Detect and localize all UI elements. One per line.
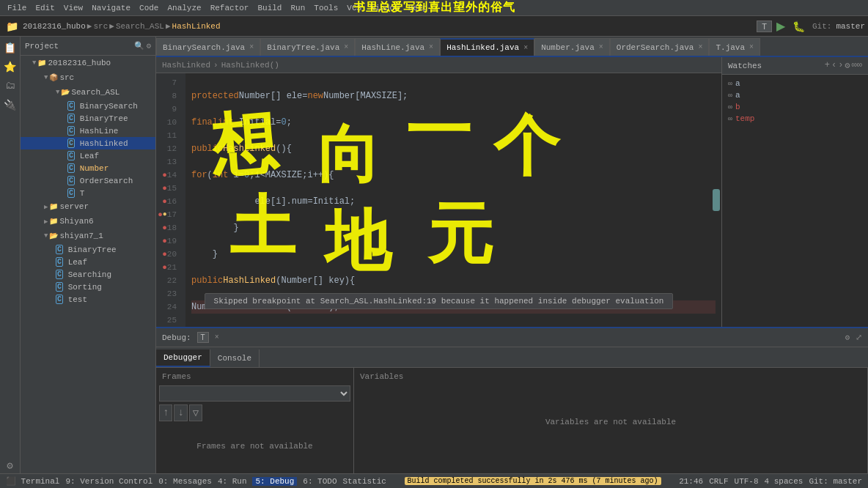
status-todo[interactable]: 6: TODO [303,477,336,486]
tree-item-shiyan6[interactable]: ▶ 📁 Shiyan6 [21,214,155,229]
structure-icon[interactable]: 🗂 [2,78,18,94]
line-numbers: 7 8 9 10 11 12 13 ● 14 ● 15 ● 16 ●● 17 [156,73,185,327]
menu-run[interactable]: Run [286,0,309,16]
status-encoding[interactable]: UTF-8 [735,477,759,486]
ln-20: ● 20 [156,248,181,261]
status-bar: ⬛ Terminal 9: Version Control 0: Message… [0,473,868,488]
status-indent[interactable]: 4 spaces [765,477,803,486]
debug-content: Frames ↑ ↓ ▽ Frames are not available [156,368,868,473]
frames-up-btn[interactable]: ↑ [159,404,172,421]
favorites-icon[interactable]: ⭐ [2,59,18,75]
watches-add-btn[interactable]: + [825,60,830,71]
vars-empty-text: Variables are not available [357,412,864,432]
tab-hashline-close[interactable]: × [429,43,433,51]
toolbar-project[interactable]: 📁 [3,19,21,34]
status-terminal[interactable]: ⬛ Terminal [6,476,59,486]
scroll-indicator[interactable] [713,189,720,211]
plugins-icon[interactable]: 🔌 [2,97,18,113]
tree-item-shiyan7-leaf[interactable]: C Leaf [21,256,155,268]
tab-binarysearch-label: BinarySearch.java [163,43,245,52]
toolbar-hash-linked[interactable]: HashLinked [172,22,221,31]
debug-settings-btn[interactable]: ⚙ [845,333,850,342]
status-debug-tab[interactable]: 5: Debug [252,477,297,486]
menu-window[interactable]: Window [366,0,404,16]
frames-filter-btn[interactable]: ▽ [189,404,202,421]
tree-item-leaf[interactable]: C Leaf [21,149,155,162]
status-run[interactable]: 4: Run [218,477,247,486]
tab-number-close[interactable]: × [599,43,603,51]
tab-t-close[interactable]: × [749,43,754,51]
tab-binarysearch-close[interactable]: × [249,43,254,51]
tab-hashlinked-close[interactable]: × [523,44,528,52]
menu-tools[interactable]: Tools [309,0,342,16]
debug-config-btn[interactable]: T [197,332,209,343]
menu-code[interactable]: Code [135,0,163,16]
code-editor[interactable]: protected Number[] ele=new Number[MAXSIZ… [185,73,721,327]
watches-prev-btn[interactable]: ‹ [831,60,836,71]
tab-ordersearch-close[interactable]: × [698,43,702,51]
sidebar-settings-icon[interactable]: ⚙ [146,41,151,51]
menu-edit[interactable]: Edit [31,0,59,16]
menu-vcs[interactable]: VCS [342,0,366,16]
tree-item-binarytree[interactable]: C BinaryTree [21,112,155,125]
status-vcs[interactable]: 9: Version Control [65,477,152,486]
status-messages[interactable]: 0: Messages [158,477,212,486]
menu-file[interactable]: File [3,0,31,16]
tree-item-search-asl[interactable]: ▼ 📂 Search_ASL [21,85,155,100]
tree-item-project-root[interactable]: ▼ 📁 20182316_hubo [21,56,155,70]
status-crlf[interactable]: CRLF [709,477,728,486]
editor-area[interactable]: HashLinked › HashLinked() 7 8 9 10 11 [156,57,721,327]
tab-binarysearch[interactable]: BinarySearch.java × [156,38,260,56]
watches-expand-btn[interactable]: ∞∞ [852,60,862,71]
tree-item-ordersearch[interactable]: C OrderSearch [21,174,155,187]
menu-view[interactable]: View [59,0,87,16]
tree-item-shiyan7-sorting[interactable]: C Sorting [21,281,155,293]
tree-item-hashlinked[interactable]: C HashLinked [21,137,155,149]
tree-item-shiyan7-test[interactable]: C test [21,293,155,306]
toolbar-src[interactable]: src [93,22,108,31]
tab-hashline[interactable]: HashLine.java × [355,38,440,56]
menu-analyze[interactable]: Analyze [163,0,205,16]
debug-tab-debugger[interactable]: Debugger [156,350,210,367]
tab-ordersearch[interactable]: OrderSearch.java × [610,38,710,56]
frames-down-btn[interactable]: ↓ [174,404,187,421]
tab-binarytree-close[interactable]: × [344,43,348,51]
toolbar-search-asl[interactable]: Search_ASL [116,22,164,31]
ln-24: 24 [156,300,181,314]
tree-item-hashline[interactable]: C HashLine [21,125,155,137]
menu-refactor[interactable]: Refactor [206,0,254,16]
watches-settings-btn[interactable]: ⚙ [845,60,850,71]
tab-binarytree[interactable]: BinaryTree.java × [260,38,355,56]
toolbar-project-label[interactable]: 20182316_hubo [23,22,86,31]
run-button[interactable]: ▶ [773,18,788,34]
watches-next-btn[interactable]: › [838,60,843,71]
tree-item-t[interactable]: C T [21,187,155,199]
status-statistic[interactable]: Statistic [343,477,386,486]
debug-tabs: Debugger Console [156,347,868,368]
tree-item-src[interactable]: ▼ 📦 src [21,70,155,85]
sidebar-search-icon[interactable]: 🔍 [134,41,144,51]
tree-item-shiyan7[interactable]: ▼ 📂 shiyan7_1 [21,229,155,243]
debug-close-btn[interactable]: × [215,333,219,341]
project-icon[interactable]: 📋 [2,40,18,56]
debug-header-bar: Debug: T × ⚙ ⤢ [156,328,868,347]
vars-header: Variables [357,371,864,382]
run-config-selector[interactable]: T [757,21,772,32]
debug-expand-btn[interactable]: ⤢ [856,333,862,342]
tab-hashlinked[interactable]: HashLinked.java × [440,38,534,56]
tree-item-binarysearch[interactable]: C BinarySearch [21,100,155,112]
menu-build[interactable]: Build [253,0,286,16]
tab-number[interactable]: Number.java × [534,38,610,56]
menu-navigate[interactable]: Navigate [87,0,135,16]
debug-button[interactable]: 🐛 [790,19,808,34]
frames-dropdown[interactable] [159,385,350,402]
menu-help[interactable]: Help [404,0,432,16]
tree-item-server[interactable]: ▶ 📁 server [21,199,155,214]
tree-item-shiyan7-searching[interactable]: C Searching [21,268,155,281]
tree-item-number[interactable]: C Number [21,162,155,174]
status-git[interactable]: Git: master [809,477,862,486]
settings-icon[interactable]: ⚙ [2,457,18,473]
tab-t[interactable]: T.java × [709,38,760,56]
tree-item-shiyan7-binarytree[interactable]: C BinaryTree [21,243,155,256]
debug-tab-console[interactable]: Console [210,350,260,367]
